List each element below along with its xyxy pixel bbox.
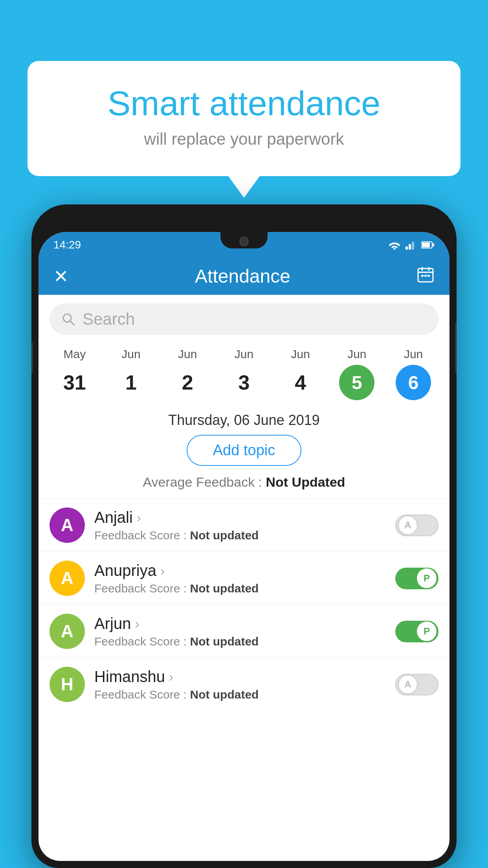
student-row[interactable]: HHimanshu ›Feedback Score : Not updatedA [39,658,449,711]
cal-month-label: May [64,348,86,361]
wifi-icon [388,240,401,250]
student-row[interactable]: AArjun ›Feedback Score : Not updatedP [39,605,449,658]
average-feedback: Average Feedback : Not Updated [39,474,449,490]
student-feedback: Feedback Score : Not updated [94,635,386,648]
student-row[interactable]: AAnjali ›Feedback Score : Not updatedA [39,498,449,552]
cal-date-number: 4 [283,365,318,400]
search-icon [61,312,75,326]
calendar-day[interactable]: Jun2 [166,348,209,400]
status-icons [388,240,435,250]
calendar-day[interactable]: May31 [53,348,96,400]
chevron-icon: › [137,510,141,525]
student-name: Anjali › [94,509,386,526]
student-list: AAnjali ›Feedback Score : Not updatedAAA… [39,498,449,711]
front-camera [239,237,249,246]
svg-rect-11 [421,275,424,277]
student-info: Himanshu ›Feedback Score : Not updated [94,668,386,701]
feedback-value: Not updated [190,635,259,648]
svg-rect-12 [424,275,427,277]
svg-rect-3 [412,242,414,250]
phone-side-button-right [455,322,457,373]
svg-rect-6 [433,243,434,246]
toggle-thumb: A [398,675,418,694]
student-avatar: A [50,508,85,543]
cal-date-number: 3 [226,365,262,400]
cal-date-number: 31 [57,365,92,400]
svg-rect-13 [427,275,430,277]
svg-rect-5 [422,243,430,247]
search-bar[interactable]: Search [50,303,438,335]
student-avatar: A [50,614,85,649]
student-feedback: Feedback Score : Not updated [94,529,386,542]
calendar-day[interactable]: Jun3 [222,348,266,400]
svg-point-0 [394,248,396,250]
toggle-thumb: P [417,622,437,641]
attendance-toggle[interactable]: A [395,674,438,695]
speech-bubble-title: Smart attendance [59,85,429,123]
attendance-toggle[interactable]: A [395,515,438,536]
chevron-icon: › [160,563,165,578]
calendar-day[interactable]: Jun6 [392,348,435,400]
cal-month-label: Jun [121,348,140,361]
attendance-toggle[interactable]: P [395,568,438,589]
svg-rect-2 [409,244,411,250]
svg-line-15 [70,321,74,325]
speech-bubble: Smart attendance will replace your paper… [28,61,460,176]
cal-month-label: Jun [235,348,253,361]
attendance-toggle[interactable]: P [395,621,438,642]
calendar-strip: May31Jun1Jun2Jun3Jun4Jun5Jun6 [39,344,449,408]
student-info: Anupriya ›Feedback Score : Not updated [94,562,386,595]
calendar-day[interactable]: Jun5 [335,348,378,400]
svg-rect-8 [418,272,433,273]
cal-month-label: Jun [291,348,310,361]
phone-frame: 14:29 [31,204,457,868]
student-row[interactable]: AAnupriya ›Feedback Score : Not updatedP [39,552,449,605]
student-avatar: A [50,561,85,596]
close-button[interactable]: ✕ [53,266,69,287]
avg-feedback-label: Average Feedback : [143,474,266,489]
student-feedback: Feedback Score : Not updated [94,582,386,595]
feedback-value: Not updated [190,582,259,595]
feedback-value: Not updated [190,688,259,701]
selected-date-label: Thursday, 06 June 2019 [39,408,449,435]
chevron-icon: › [135,616,139,631]
svg-rect-1 [405,246,408,250]
header-title: Attendance [195,265,290,287]
cal-month-label: Jun [178,348,197,361]
student-info: Anjali ›Feedback Score : Not updated [94,509,386,542]
status-time: 14:29 [53,239,81,251]
speech-bubble-container: Smart attendance will replace your paper… [28,61,460,198]
cal-date-number: 1 [114,365,149,400]
chevron-icon: › [169,669,173,684]
student-name: Anupriya › [94,562,386,579]
speech-bubble-arrow [228,176,260,198]
phone-screen: 14:29 [39,232,449,861]
student-avatar: H [50,667,85,702]
svg-rect-10 [428,267,429,271]
toggle-thumb: P [417,568,437,588]
student-feedback: Feedback Score : Not updated [94,688,386,701]
speech-bubble-subtitle: will replace your paperwork [59,130,429,149]
student-info: Arjun ›Feedback Score : Not updated [94,615,386,648]
add-topic-button[interactable]: Add topic [187,435,301,466]
cal-month-label: Jun [347,348,366,361]
battery-icon [421,241,435,249]
student-name: Himanshu › [94,668,386,686]
cal-date-number: 2 [170,365,205,400]
phone-notch [220,232,268,248]
cal-date-number: 6 [396,365,431,400]
cal-date-number: 5 [339,365,374,400]
svg-rect-9 [422,267,423,271]
signal-icon [405,240,416,250]
phone-side-button-left [31,342,33,373]
cal-month-label: Jun [404,348,423,361]
app-header: ✕ Attendance [39,257,449,295]
calendar-day[interactable]: Jun1 [110,348,153,400]
calendar-day[interactable]: Jun4 [279,348,322,400]
calendar-icon[interactable] [416,265,435,287]
add-topic-container: Add topic [39,435,449,466]
avg-feedback-value: Not Updated [266,474,345,489]
feedback-value: Not updated [190,529,259,542]
toggle-thumb: A [398,515,418,535]
student-name: Arjun › [94,615,386,633]
